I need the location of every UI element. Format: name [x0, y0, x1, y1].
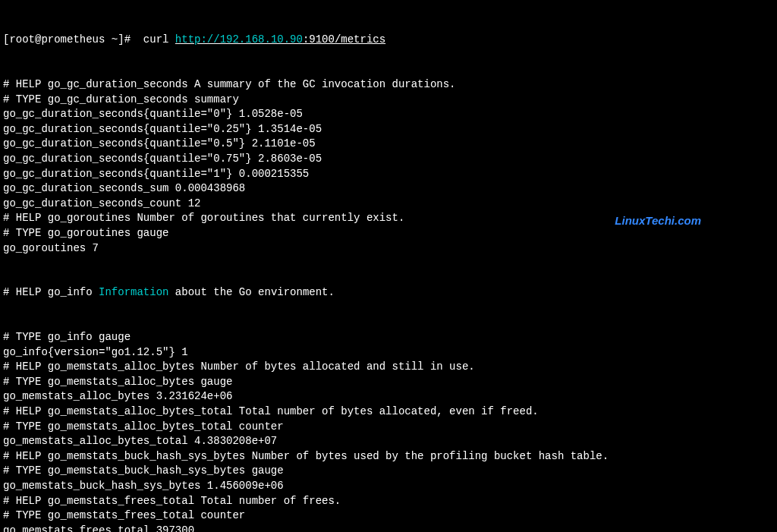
info-highlighted: Information: [99, 286, 168, 298]
url-scheme: http://192.168.10.90: [175, 33, 303, 46]
command-url: http://192.168.10.90:9100/metrics: [175, 33, 385, 46]
output-line: go_gc_duration_seconds{quantile="1"} 0.0…: [3, 167, 774, 182]
prompt-line: [root@prometheus ~]# curl http://192.168…: [3, 33, 774, 48]
output-line: # TYPE go_memstats_alloc_bytes_total cou…: [3, 420, 774, 435]
output-line: # TYPE go_memstats_frees_total counter: [3, 508, 774, 524]
command-curl: curl: [143, 33, 175, 46]
output-line: # HELP go_memstats_frees_total Total num…: [3, 494, 774, 509]
output-line: # TYPE go_gc_duration_seconds summary: [3, 93, 774, 108]
output-line: go_memstats_alloc_bytes_total 4.3830208e…: [3, 434, 774, 449]
output-line: go_gc_duration_seconds_sum 0.000438968: [3, 181, 774, 197]
output-line: go_memstats_frees_total 397300: [3, 524, 774, 532]
output-line: go_goroutines 7: [3, 241, 774, 257]
output-line: # TYPE go_memstats_buck_hash_sys_bytes g…: [3, 464, 774, 479]
output-line: # HELP go_gc_duration_seconds A summary …: [3, 77, 774, 93]
output-line: go_gc_duration_seconds{quantile="0"} 1.0…: [3, 107, 774, 122]
url-rest: :9100/metrics: [303, 33, 385, 46]
prompt-text: [root@prometheus ~]#: [3, 33, 143, 46]
output-line: go_info{version="go1.12.5"} 1: [3, 345, 774, 360]
info-suffix: about the Go environment.: [168, 286, 334, 298]
output-line: # HELP go_memstats_alloc_bytes_total Tot…: [3, 405, 774, 420]
output-line: # TYPE go_memstats_alloc_bytes gauge: [3, 375, 774, 390]
output-line: go_gc_duration_seconds{quantile="0.75"} …: [3, 152, 774, 167]
output-line: # HELP go_memstats_alloc_bytes Number of…: [3, 360, 774, 375]
output-line: go_gc_duration_seconds{quantile="0.25"} …: [3, 122, 774, 137]
watermark-text: LinuxTechi.com: [615, 212, 701, 228]
output-line: go_memstats_buck_hash_sys_bytes 1.456009…: [3, 479, 774, 494]
output-line: go_gc_duration_seconds_count 12: [3, 197, 774, 212]
terminal-output: [root@prometheus ~]# curl http://192.168…: [3, 3, 774, 532]
info-prefix: # HELP go_info: [3, 286, 99, 298]
output-line: # TYPE go_info gauge: [3, 330, 774, 345]
output-line: go_gc_duration_seconds{quantile="0.5"} 2…: [3, 137, 774, 152]
output-line: go_memstats_alloc_bytes 3.231624e+06: [3, 389, 774, 405]
output-info-line: # HELP go_info Information about the Go …: [3, 285, 774, 301]
output-line: # HELP go_memstats_buck_hash_sys_bytes N…: [3, 449, 774, 464]
